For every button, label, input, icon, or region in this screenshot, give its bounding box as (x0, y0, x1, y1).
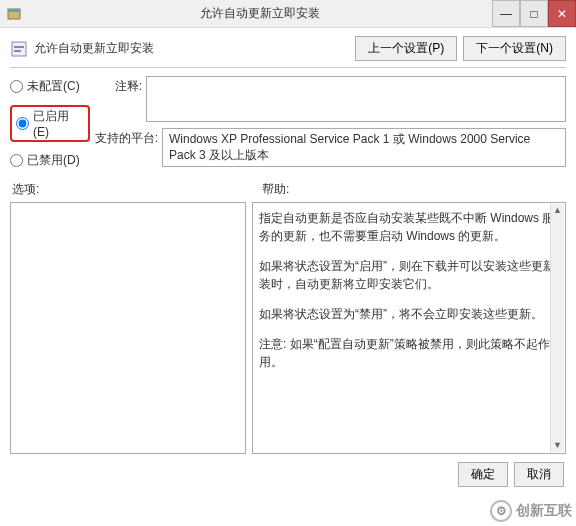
platform-value: Windows XP Professional Service Pack 1 或… (169, 132, 530, 162)
mid-labels: 选项: 帮助: (10, 181, 566, 198)
help-text: 指定自动更新是否应自动安装某些既不中断 Windows 服务的更新，也不需要重启… (259, 209, 559, 371)
policy-title: 允许自动更新立即安装 (34, 40, 154, 57)
options-label: 选项: (10, 181, 260, 198)
comment-label: 注释: (90, 76, 146, 95)
svg-rect-3 (14, 46, 24, 48)
radio-disabled[interactable]: 已禁用(D) (10, 152, 90, 169)
window-icon (6, 6, 22, 22)
policy-icon (10, 40, 28, 58)
platform-label: 支持的平台: (90, 128, 162, 147)
radio-not-configured-input[interactable] (10, 80, 23, 93)
help-paragraph: 注意: 如果“配置自动更新”策略被禁用，则此策略不起作用。 (259, 335, 559, 371)
cancel-button[interactable]: 取消 (514, 462, 564, 487)
config-row: 未配置(C) 已启用(E) 已禁用(D) 注释: 支持的平台: Windows … (10, 76, 566, 173)
help-label: 帮助: (260, 181, 566, 198)
radio-disabled-label: 已禁用(D) (27, 152, 80, 169)
header-row: 允许自动更新立即安装 上一个设置(P) 下一个设置(N) (10, 36, 566, 61)
dialog-buttons: 确定 取消 (10, 462, 566, 487)
help-paragraph: 指定自动更新是否应自动安装某些既不中断 Windows 服务的更新，也不需要重启… (259, 209, 559, 245)
radio-enabled-input[interactable] (16, 117, 29, 130)
radio-group: 未配置(C) 已启用(E) 已禁用(D) (10, 76, 90, 169)
radio-enabled-label: 已启用(E) (33, 108, 84, 139)
window-title: 允许自动更新立即安装 (28, 5, 492, 22)
radio-enabled[interactable]: 已启用(E) (10, 105, 90, 142)
close-button[interactable]: ✕ (548, 0, 576, 27)
maximize-button[interactable]: □ (520, 0, 548, 27)
scroll-up-icon[interactable]: ▲ (553, 204, 562, 218)
minimize-button[interactable]: — (492, 0, 520, 27)
next-setting-button[interactable]: 下一个设置(N) (463, 36, 566, 61)
watermark: ⚙ 创新互联 (490, 500, 572, 522)
previous-setting-button[interactable]: 上一个设置(P) (355, 36, 457, 61)
svg-rect-4 (14, 50, 21, 52)
scroll-down-icon[interactable]: ▼ (553, 439, 562, 453)
divider (10, 67, 566, 68)
window-controls: — □ ✕ (492, 0, 576, 27)
watermark-icon: ⚙ (490, 500, 512, 522)
title-bar: 允许自动更新立即安装 — □ ✕ (0, 0, 576, 28)
radio-disabled-input[interactable] (10, 154, 23, 167)
panes: 指定自动更新是否应自动安装某些既不中断 Windows 服务的更新，也不需要重启… (10, 202, 566, 454)
help-paragraph: 如果将状态设置为“启用”，则在下载并可以安装这些更新装时，自动更新将立即安装它们… (259, 257, 559, 293)
platform-value-box: Windows XP Professional Service Pack 1 或… (162, 128, 566, 167)
comment-textarea[interactable] (146, 76, 566, 122)
ok-button[interactable]: 确定 (458, 462, 508, 487)
radio-not-configured[interactable]: 未配置(C) (10, 78, 90, 95)
dialog-content: 允许自动更新立即安装 上一个设置(P) 下一个设置(N) 未配置(C) 已启用(… (0, 28, 576, 497)
svg-rect-1 (8, 9, 20, 12)
svg-rect-2 (12, 42, 26, 56)
scrollbar[interactable]: ▲ ▼ (550, 204, 564, 452)
help-pane[interactable]: 指定自动更新是否应自动安装某些既不中断 Windows 服务的更新，也不需要重启… (252, 202, 566, 454)
options-pane[interactable] (10, 202, 246, 454)
help-paragraph: 如果将状态设置为“禁用”，将不会立即安装这些更新。 (259, 305, 559, 323)
radio-not-configured-label: 未配置(C) (27, 78, 80, 95)
watermark-text: 创新互联 (516, 502, 572, 520)
